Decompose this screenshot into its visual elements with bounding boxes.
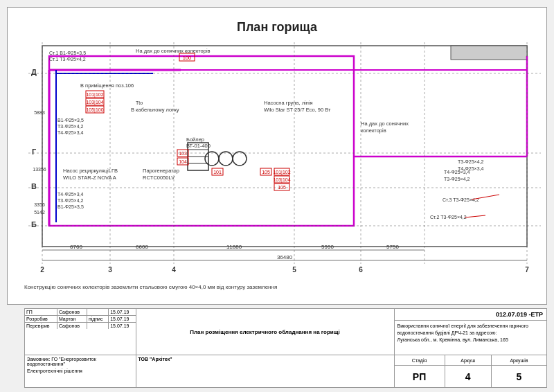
name-pp: Сафонов <box>57 309 87 316</box>
svg-text:5750: 5750 <box>386 244 399 250</box>
svg-text:5142: 5142 <box>34 210 45 215</box>
svg-rect-1 <box>451 46 527 60</box>
role-rozr: Розробив <box>25 316 57 323</box>
sheets-value: 5 <box>491 366 546 387</box>
svg-text:4: 4 <box>172 266 176 274</box>
svg-text:WILO STAR-Z NOVA A: WILO STAR-Z NOVA A <box>63 175 116 181</box>
svg-text:103: 103 <box>179 151 187 156</box>
name-rozr: Мартан <box>57 316 87 323</box>
svg-point-12 <box>233 152 247 166</box>
role-pp: ГП <box>25 309 57 316</box>
svg-text:В1-Ф25×3,5: В1-Ф25×3,5 <box>57 118 84 123</box>
sign-rozr: підпис <box>87 316 108 323</box>
svg-text:Насосна група, лінія: Насосна група, лінія <box>264 100 313 106</box>
svg-text:Т4-Ф25×3,4: Т4-Ф25×3,4 <box>57 130 84 135</box>
svg-text:В: В <box>31 182 37 190</box>
svg-text:103|104: 103|104 <box>273 177 290 183</box>
svg-text:101|102: 101|102 <box>86 92 103 98</box>
sign-per <box>87 323 108 330</box>
stage-value: РП <box>395 366 445 387</box>
svg-text:Б: Б <box>31 220 37 229</box>
svg-text:Парогенератор: Парогенератор <box>143 168 179 174</box>
sheet-label: Аркуш <box>445 355 491 366</box>
svg-text:Т3-Ф25×4,2: Т3-Ф25×4,2 <box>444 177 470 181</box>
page: План горища <box>0 0 554 392</box>
svg-text:6600: 6600 <box>136 244 148 250</box>
svg-text:13356: 13356 <box>33 167 46 172</box>
sheet-value: 4 <box>445 366 491 387</box>
svg-text:2: 2 <box>40 266 44 274</box>
svg-text:105: 105 <box>278 185 286 190</box>
svg-text:5: 5 <box>292 266 296 274</box>
sheet-name: План розміщення електричного обладнання … <box>136 309 394 355</box>
svg-text:Т3-Ф25×4,2: Т3-Ф25×4,2 <box>57 124 84 129</box>
svg-text:Т3-Ф25×4,2: Т3-Ф25×4,2 <box>57 198 84 203</box>
sheets-label: Аркушів <box>491 355 546 366</box>
date-per: 15.07.19 <box>109 323 136 330</box>
svg-line-104 <box>465 215 485 217</box>
project-desc: Використання сонячної енергії для забезп… <box>395 321 547 345</box>
svg-text:В приміщення поз.106: В приміщення поз.106 <box>80 82 134 89</box>
svg-text:6: 6 <box>359 266 363 274</box>
svg-text:101: 101 <box>213 170 222 175</box>
date-pp: 15.07.19 <box>109 309 136 316</box>
svg-text:103|104: 103|104 <box>86 100 103 105</box>
svg-text:3356: 3356 <box>34 202 45 207</box>
svg-text:На дах до сонячних: На дах до сонячних <box>361 121 409 127</box>
sign-pp <box>87 309 108 316</box>
svg-text:11880: 11880 <box>226 244 242 250</box>
svg-point-11 <box>219 152 233 166</box>
svg-text:3: 3 <box>108 266 112 274</box>
svg-text:Насос рециркуляції ГВ: Насос рециркуляції ГВ <box>63 168 118 174</box>
floor-plan-svg: 6760 6600 11880 5990 5750 36480 2 3 4 5 … <box>28 35 541 285</box>
svg-text:Ст.1 В1-Ф25×3,5: Ст.1 В1-Ф25×3,5 <box>49 51 86 55</box>
svg-text:Д: Д <box>31 68 37 76</box>
svg-text:7: 7 <box>525 266 529 274</box>
role-per: Перевірив <box>25 323 57 330</box>
date-rozr: 15.07.19 <box>109 316 136 323</box>
svg-text:RCTC0050LV: RCTC0050LV <box>143 175 175 181</box>
svg-text:Бойлер: Бойлер <box>186 136 204 143</box>
svg-text:Т4-Ф25×3,4: Т4-Ф25×3,4 <box>57 192 84 197</box>
svg-text:6760: 6760 <box>70 244 82 250</box>
svg-text:100: 100 <box>183 55 192 61</box>
stage-label: Стадія <box>395 355 445 366</box>
svg-text:На дах до сонячних колекторів: На дах до сонячних колекторів <box>136 48 211 54</box>
svg-text:104: 104 <box>179 159 187 164</box>
svg-text:Tto: Tto <box>136 100 143 105</box>
svg-text:Ст.3 Т3-Ф25×4,2: Ст.3 Т3-Ф25×4,2 <box>443 197 479 202</box>
svg-text:Г: Г <box>32 148 37 156</box>
svg-text:Т4-Ф25×3,4: Т4-Ф25×3,4 <box>458 166 484 171</box>
drawing-note: Конструкцію сонячних колекторів заземлит… <box>24 284 277 290</box>
name-per: Сафонов <box>57 323 87 330</box>
title-block: ГП Сафонов 15.07.19 Розробив Мартан підп… <box>24 308 547 388</box>
svg-text:колекторів: колекторів <box>361 127 386 134</box>
svg-text:Wilo Star ST 25/7 Eco, 90 Вт: Wilo Star ST 25/7 Eco, 90 Вт <box>264 107 331 113</box>
svg-text:36480: 36480 <box>277 254 293 260</box>
svg-text:105: 105 <box>262 170 270 175</box>
svg-text:В1-Ф25×3,5: В1-Ф25×3,5 <box>57 204 84 209</box>
svg-text:Ст.1 Т3-Ф25×4,2: Ст.1 Т3-Ф25×4,2 <box>49 57 86 62</box>
svg-text:101|102: 101|102 <box>273 170 290 175</box>
svg-text:ВТ-01-400: ВТ-01-400 <box>186 143 211 149</box>
svg-text:5883: 5883 <box>34 110 45 115</box>
svg-text:Ст.2 Т3-Ф25×4,2: Ст.2 Т3-Ф25×4,2 <box>430 215 467 220</box>
doc-number: 012.07.019 -ЕТР <box>395 309 547 321</box>
svg-text:5990: 5990 <box>321 244 334 250</box>
drawing-area: План горища <box>7 7 547 305</box>
svg-text:Т3-Ф25×4,2: Т3-Ф25×4,2 <box>458 159 484 164</box>
svg-text:105|100: 105|100 <box>86 107 103 113</box>
svg-text:В кабельному лотку: В кабельному лотку <box>131 107 179 113</box>
client-info: Замовник: ГО "Енергорозвиток водопостача… <box>25 355 136 387</box>
plan-title: План горища <box>8 20 546 35</box>
company-name: ТОВ "Архітек" <box>136 355 394 387</box>
